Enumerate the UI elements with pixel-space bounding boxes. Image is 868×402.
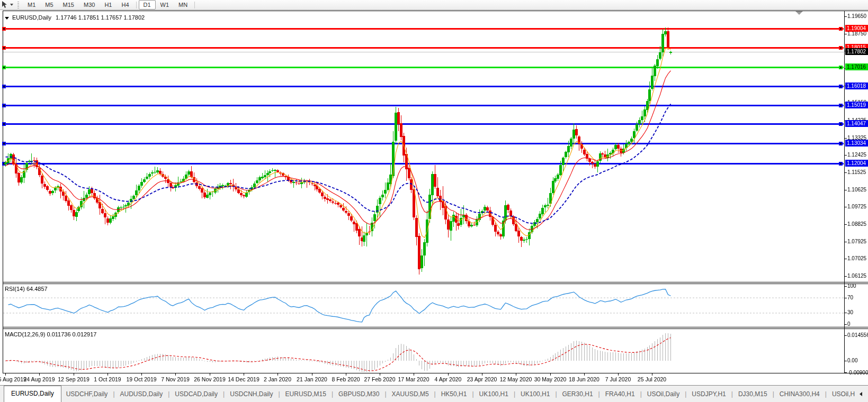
date-axis-label: 26 Nov 2019 <box>194 376 226 382</box>
date-axis-label: 24 Aug 2019 <box>24 376 55 382</box>
tab-hk50-h1[interactable]: HK50,H1 <box>436 388 472 400</box>
macd-label: MACD(12,26,9) 0.011736 0.012917 <box>5 331 96 337</box>
axis-overlay: 1.196501.187501.178501.169501.160501.151… <box>0 0 868 402</box>
chart-title: EURUSD,Daily1.17746 1.17851 1.17657 1.17… <box>5 14 145 21</box>
timeframe-button-m30[interactable]: M30 <box>79 0 100 10</box>
tab-gbpusd-m30[interactable]: GBPUSD,M30 <box>334 388 384 400</box>
price-badge: 1.19004 <box>845 25 868 32</box>
symbol-dropdown-icon[interactable] <box>5 17 9 20</box>
date-axis-label: 30 May 2020 <box>534 376 567 382</box>
timeframe-buttons: M1M5M15M30H1H4D1W1MN <box>23 0 197 10</box>
date-axis-label: 12 Sep 2019 <box>58 376 90 382</box>
date-axis-label: 18 Jun 2020 <box>569 376 599 382</box>
tool-dropdown-caret-icon[interactable] <box>10 4 13 6</box>
date-axis-label: 25 Jul 2020 <box>638 376 666 382</box>
chart-tabs: EURUSD,DailyUSDCHF,Daily|AUDUSD,Daily|US… <box>0 386 860 402</box>
date-axis-label: 17 Mar 2020 <box>398 376 429 382</box>
date-axis-label: 1 Oct 2019 <box>94 376 121 382</box>
price-tick-label: 1.11525 <box>847 169 866 176</box>
toolbar-grip[interactable] <box>17 2 19 8</box>
timeframe-button-h4[interactable]: H4 <box>117 0 133 10</box>
price-badge: 1.15019 <box>845 102 868 108</box>
rsi-scale-label: 70 <box>847 295 853 301</box>
timeframe-button-h1[interactable]: H1 <box>100 0 117 10</box>
symbol-period-label: EURUSD,Daily <box>12 14 51 21</box>
tab-usoil-h[interactable]: USOil,H <box>827 388 860 400</box>
rsi-scale-label: 30 <box>847 309 853 316</box>
tab-usdcad-daily[interactable]: USDCAD,Daily <box>170 388 222 400</box>
tab-usdcnh-daily[interactable]: USDCNH,Daily <box>225 388 278 400</box>
tab-uk100-h1[interactable]: UK100,H1 <box>475 388 513 400</box>
date-axis-label: 23 Apr 2020 <box>467 376 497 382</box>
cursor-tool-icon[interactable] <box>1 1 8 8</box>
macd-scale-label: 0.00 <box>847 358 857 364</box>
price-tick-label: 1.12425 <box>847 152 866 158</box>
toolbar-separator <box>194 2 195 8</box>
timeframe-button-w1[interactable]: W1 <box>156 0 174 10</box>
date-axis-label: 8 Feb 2020 <box>332 376 360 382</box>
tab-ger30-h1[interactable]: GER30,H1 <box>558 388 598 400</box>
price-tick-label: 1.07025 <box>847 255 866 262</box>
date-axis-label: 19 Oct 2019 <box>126 376 156 382</box>
price-tick-label: 1.07925 <box>847 239 866 245</box>
tab-eurusd-daily[interactable]: EURUSD,Daily <box>4 386 61 402</box>
timeframe-button-d1[interactable]: D1 <box>139 0 156 10</box>
tab-fra40-h1[interactable]: FRA40,H1 <box>601 388 640 400</box>
date-axis-label: 4 Apr 2020 <box>435 376 462 382</box>
price-badge: 1.17802 <box>845 48 868 55</box>
price-tick-label: 1.08825 <box>847 221 866 227</box>
tab-scroll-left-icon[interactable] <box>860 392 862 396</box>
tab-scroll-arrows <box>860 392 868 396</box>
date-axis-label: 7 Nov 2019 <box>161 376 190 382</box>
rsi-scale-label: 100 <box>847 283 856 289</box>
rsi-label: RSI(14) 64.4857 <box>5 286 48 292</box>
tab-usoil-daily[interactable]: USOil,Daily <box>642 388 684 400</box>
tab-eurusd-m15[interactable]: EURUSD,M15 <box>281 388 331 400</box>
price-badge: 1.13034 <box>845 140 868 147</box>
mt4-chart-window: M1M5M15M30H1H4D1W1MN EURUSD,Daily1.17746… <box>0 0 868 402</box>
timeframe-button-m1[interactable]: M1 <box>23 0 40 10</box>
toolbar-separator <box>136 2 137 8</box>
date-axis-label: 2 Jan 2020 <box>264 376 291 382</box>
chart-tab-bar: EURUSD,DailyUSDCHF,Daily|AUDUSD,Daily|US… <box>0 385 868 402</box>
date-axis-label: 7 Jul 2020 <box>605 376 631 382</box>
date-axis-label: 14 Dec 2019 <box>228 376 259 382</box>
timeframe-button-mn[interactable]: MN <box>174 0 192 10</box>
ohlc-values: 1.17746 1.17851 1.17657 1.17802 <box>56 14 145 21</box>
date-axis-label: 27 Feb 2020 <box>364 376 396 382</box>
rsi-scale-label: 0 <box>847 321 851 327</box>
price-tick-label: 1.19650 <box>847 13 866 20</box>
price-tick-label: 1.10625 <box>847 187 866 193</box>
chart-shift-marker-icon[interactable] <box>795 11 803 15</box>
tab-xauusd-m5[interactable]: XAUUSD,M5 <box>387 388 434 400</box>
price-badge: 1.16018 <box>845 83 868 89</box>
timeframe-button-m5[interactable]: M5 <box>40 0 58 10</box>
date-axis-label: 6 Aug 2019 <box>0 376 26 382</box>
price-badge: 1.14047 <box>845 120 868 127</box>
price-badge: 1.17016 <box>845 63 868 70</box>
macd-scale-label: 0.014556 <box>847 332 868 339</box>
date-axis-label: 12 May 2020 <box>500 376 532 382</box>
tab-usdchf-daily[interactable]: USDCHF,Daily <box>61 388 113 400</box>
date-axis-label: 21 Jan 2020 <box>297 376 327 382</box>
tab-uk100-h1[interactable]: UK100,H1 <box>516 388 554 400</box>
timeframe-button-m15[interactable]: M15 <box>58 0 79 10</box>
macd-scale-label: -0.009001 <box>847 370 868 376</box>
timeframe-toolbar: M1M5M15M30H1H4D1W1MN <box>0 0 868 10</box>
tab-audusd-daily[interactable]: AUDUSD,Daily <box>115 388 168 400</box>
price-badge: 1.12004 <box>845 160 868 167</box>
price-tick-label: 1.09725 <box>847 204 866 210</box>
tab-usdjpy-h1[interactable]: USDJPY,H1 <box>687 388 730 400</box>
price-tick-label: 1.06125 <box>847 273 866 279</box>
tab-dj30-m15[interactable]: DJ30,M15 <box>733 388 772 400</box>
tab-china300-h4[interactable]: CHINA300,H4 <box>775 388 825 400</box>
